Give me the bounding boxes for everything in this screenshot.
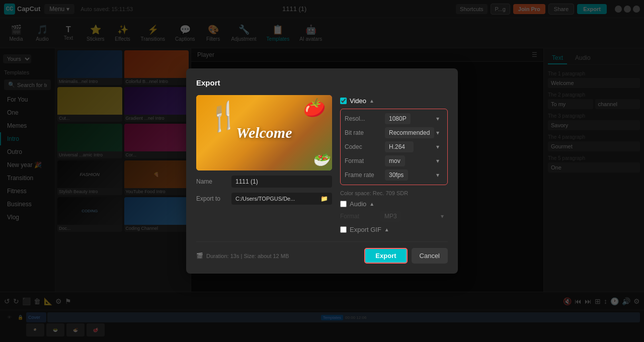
bitrate-row: Bit rate Low Medium Recommended High bbox=[345, 127, 443, 138]
export-to-field-row: Export to C:/Users/TOPGUS/De... 📁 bbox=[196, 193, 332, 205]
resolution-select[interactable]: 720P 1080P 2K 4K bbox=[385, 113, 411, 124]
modal-title: Export bbox=[196, 78, 448, 87]
name-label: Name bbox=[196, 178, 231, 185]
modal-settings-section: Video ▲ Resol... 720P 1080P 2K 4K bbox=[340, 95, 448, 233]
video-section-label: Video bbox=[350, 97, 366, 105]
export-modal: Export ✏ Edit cover 🍴 🍅 🥗 Welcome bbox=[186, 68, 458, 274]
bitrate-select-wrap: Low Medium Recommended High bbox=[385, 127, 443, 138]
resolution-label: Resol... bbox=[345, 115, 385, 122]
audio-section-label: Audio bbox=[350, 200, 366, 208]
audio-format-select-wrap: MP3 AAC bbox=[380, 211, 448, 222]
codec-select[interactable]: H.264 H.265 ProRes bbox=[385, 141, 414, 152]
export-modal-button[interactable]: Export bbox=[364, 248, 407, 264]
format-select-wrap: mp4 mov avi bbox=[385, 155, 443, 166]
export-to-label: Export to bbox=[196, 195, 231, 202]
resolution-row: Resol... 720P 1080P 2K 4K bbox=[345, 113, 443, 124]
codec-select-wrap: H.264 H.265 ProRes bbox=[385, 141, 443, 152]
bitrate-label: Bit rate bbox=[345, 129, 385, 136]
modal-footer: 🎬 Duration: 13s | Size: about 12 MB Expo… bbox=[196, 241, 448, 264]
video-collapse-icon[interactable]: ▲ bbox=[369, 98, 374, 104]
resolution-select-wrap: 720P 1080P 2K 4K bbox=[385, 113, 443, 124]
gif-expand-icon[interactable]: ▲ bbox=[384, 227, 389, 232]
format-select[interactable]: mp4 mov avi bbox=[385, 155, 405, 166]
name-field-row: Name bbox=[196, 176, 332, 188]
gif-checkbox[interactable] bbox=[340, 226, 347, 233]
video-checkbox[interactable] bbox=[340, 98, 347, 104]
codec-row: Codec H.264 H.265 ProRes bbox=[345, 141, 443, 152]
audio-format-row: Format MP3 AAC bbox=[340, 211, 448, 222]
modal-overlay: Export ✏ Edit cover 🍴 🍅 🥗 Welcome bbox=[0, 0, 644, 342]
duration-text: Duration: 13s | Size: about 12 MB bbox=[206, 253, 289, 259]
export-path-container: C:/Users/TOPGUS/De... 📁 bbox=[231, 193, 332, 205]
framerate-label: Frame rate bbox=[345, 172, 385, 179]
tomato-icon: 🍅 bbox=[302, 98, 325, 118]
bitrate-select[interactable]: Low Medium Recommended High bbox=[385, 127, 434, 138]
video-settings-box: Resol... 720P 1080P 2K 4K Bit rate bbox=[340, 109, 448, 185]
framerate-select[interactable]: 24fps 25fps 30fps 60fps bbox=[385, 169, 408, 181]
salad-icon: 🥗 bbox=[312, 151, 330, 168]
framerate-select-wrap: 24fps 25fps 30fps 60fps bbox=[385, 169, 443, 181]
footer-buttons: Export Cancel bbox=[364, 248, 448, 264]
modal-body: ✏ Edit cover 🍴 🍅 🥗 Welcome Name bbox=[196, 95, 448, 233]
audio-section-header: Audio ▲ bbox=[340, 200, 448, 208]
film-icon: 🎬 bbox=[196, 252, 203, 259]
audio-section: Audio ▲ Format MP3 AAC bbox=[340, 200, 448, 222]
modal-preview-section: ✏ Edit cover 🍴 🍅 🥗 Welcome Name bbox=[196, 95, 332, 233]
footer-duration-info: 🎬 Duration: 13s | Size: about 12 MB bbox=[196, 252, 289, 259]
video-section-header: Video ▲ bbox=[340, 97, 448, 105]
name-input[interactable] bbox=[231, 176, 332, 188]
audio-format-label: Format bbox=[340, 213, 380, 220]
folder-icon[interactable]: 📁 bbox=[320, 195, 328, 202]
audio-expand-icon[interactable]: ▲ bbox=[369, 201, 374, 207]
gif-section: Export GIF ▲ bbox=[340, 226, 448, 233]
export-path: C:/Users/TOPGUS/De... bbox=[235, 196, 320, 202]
cover-image: 🍴 🍅 🥗 Welcome bbox=[196, 95, 332, 170]
cover-text: Welcome bbox=[236, 124, 292, 141]
framerate-row: Frame rate 24fps 25fps 30fps 60fps bbox=[345, 169, 443, 181]
audio-format-select[interactable]: MP3 AAC bbox=[380, 211, 401, 222]
cancel-button[interactable]: Cancel bbox=[412, 248, 448, 264]
audio-checkbox[interactable] bbox=[340, 201, 347, 207]
format-row: Format mp4 mov avi bbox=[345, 155, 443, 166]
color-space-label: Color space: Rec. 709 SDR bbox=[340, 190, 448, 196]
gif-label: Export GIF bbox=[350, 226, 381, 233]
codec-label: Codec bbox=[345, 143, 385, 150]
format-label: Format bbox=[345, 157, 385, 164]
cover-preview: ✏ Edit cover 🍴 🍅 🥗 Welcome bbox=[196, 95, 332, 170]
